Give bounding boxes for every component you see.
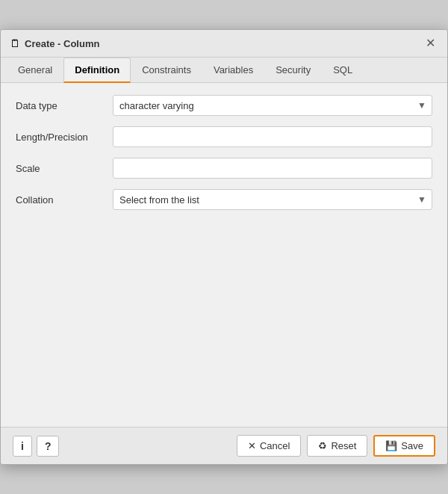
dialog-icon: 🗒 [10, 37, 20, 49]
collation-label: Collation [16, 194, 113, 206]
create-column-dialog: 🗒 Create - Column ✕ General Definition C… [0, 29, 448, 465]
info-button[interactable]: i [13, 436, 32, 457]
dialog-title: Create - Column [25, 38, 99, 49]
reset-icon: ♻ [318, 440, 327, 451]
scale-input[interactable] [113, 158, 432, 179]
data-type-select-wrapper: character varying ▼ [113, 95, 432, 116]
collation-row: Collation Select from the list ▼ [16, 189, 432, 210]
tab-content-definition: Data type character varying ▼ Length/Pre… [1, 83, 447, 427]
length-precision-input[interactable] [113, 126, 432, 147]
save-button[interactable]: 💾 Save [373, 435, 435, 457]
data-type-select[interactable]: character varying [113, 95, 432, 116]
data-type-row: Data type character varying ▼ [16, 95, 432, 116]
footer-right: ✕ Cancel ♻ Reset 💾 Save [237, 435, 435, 457]
tab-variables[interactable]: Variables [202, 58, 264, 83]
scale-row: Scale [16, 158, 432, 179]
data-type-label: Data type [16, 100, 113, 111]
save-icon: 💾 [385, 440, 397, 451]
tab-general[interactable]: General [7, 58, 63, 83]
reset-button[interactable]: ♻ Reset [307, 435, 367, 457]
tab-constraints[interactable]: Constraints [131, 58, 202, 83]
tab-bar: General Definition Constraints Variables… [1, 58, 447, 83]
reset-label: Reset [331, 440, 356, 451]
footer-left: i ? [13, 436, 59, 457]
tab-definition[interactable]: Definition [63, 58, 131, 83]
title-bar: 🗒 Create - Column ✕ [1, 30, 447, 58]
length-precision-label: Length/Precision [16, 132, 113, 143]
save-label: Save [401, 440, 423, 451]
close-button[interactable]: ✕ [423, 36, 438, 51]
tab-security[interactable]: Security [264, 58, 322, 83]
cancel-button[interactable]: ✕ Cancel [237, 435, 301, 457]
scale-label: Scale [16, 163, 113, 174]
collation-select-wrapper: Select from the list ▼ [113, 189, 432, 210]
collation-select[interactable]: Select from the list [113, 189, 432, 210]
title-bar-left: 🗒 Create - Column [10, 37, 99, 49]
help-button[interactable]: ? [37, 436, 60, 457]
length-precision-row: Length/Precision [16, 126, 432, 147]
cancel-icon: ✕ [248, 440, 256, 451]
cancel-label: Cancel [260, 440, 290, 451]
tab-sql[interactable]: SQL [322, 58, 364, 83]
footer: i ? ✕ Cancel ♻ Reset 💾 Save [1, 427, 447, 464]
